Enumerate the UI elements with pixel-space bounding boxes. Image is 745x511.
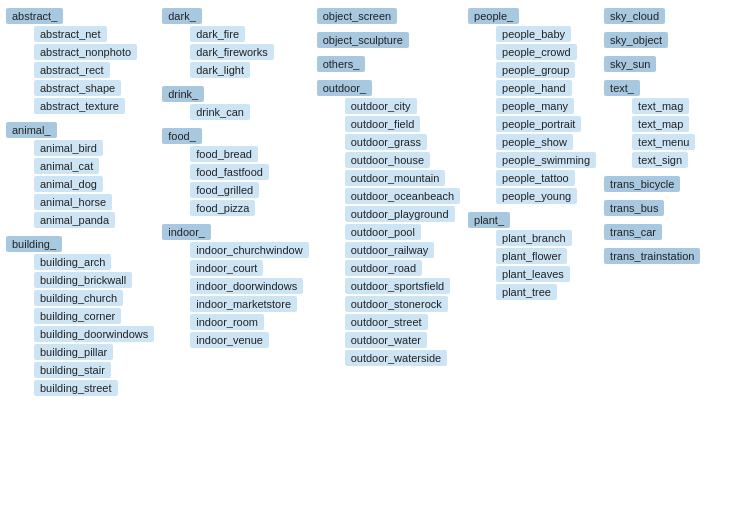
child-row: animal_panda <box>6 212 154 228</box>
category-child-label[interactable]: abstract_nonphoto <box>34 44 137 60</box>
category-child-label[interactable]: abstract_texture <box>34 98 125 114</box>
category-child-label[interactable]: indoor_doorwindows <box>190 278 303 294</box>
category-child-label[interactable]: abstract_net <box>34 26 107 42</box>
category-parent-label[interactable]: outdoor_ <box>317 80 372 96</box>
category-child-label[interactable]: indoor_churchwindow <box>190 242 308 258</box>
child-row: people_swimming <box>468 152 596 168</box>
category-parent-label[interactable]: animal_ <box>6 122 57 138</box>
category-parent-label[interactable]: drink_ <box>162 86 204 102</box>
category-child-label[interactable]: outdoor_street <box>345 314 428 330</box>
category-child-label[interactable]: people_show <box>496 134 573 150</box>
category-child-label[interactable]: outdoor_pool <box>345 224 421 240</box>
category-child-label[interactable]: people_tattoo <box>496 170 575 186</box>
category-parent-label[interactable]: object_sculpture <box>317 32 409 48</box>
category-child-label[interactable]: building_stair <box>34 362 111 378</box>
category-child-label[interactable]: people_portrait <box>496 116 581 132</box>
category-parent-label[interactable]: trans_bicycle <box>604 176 680 192</box>
category-child-label[interactable]: food_grilled <box>190 182 259 198</box>
category-child-label[interactable]: outdoor_city <box>345 98 417 114</box>
group-drink-: drink_drink_can <box>162 86 308 120</box>
category-child-label[interactable]: animal_panda <box>34 212 115 228</box>
column-col5: sky_cloudsky_objectsky_suntext_text_magt… <box>604 8 714 270</box>
category-child-label[interactable]: plant_leaves <box>496 266 570 282</box>
category-parent-label[interactable]: sky_cloud <box>604 8 665 24</box>
category-parent-label[interactable]: indoor_ <box>162 224 211 240</box>
category-child-label[interactable]: food_fastfood <box>190 164 269 180</box>
group-text-: text_text_magtext_maptext_menutext_sign <box>604 80 714 168</box>
category-child-label[interactable]: people_crowd <box>496 44 577 60</box>
category-child-label[interactable]: dark_light <box>190 62 250 78</box>
category-child-label[interactable]: text_menu <box>632 134 695 150</box>
category-child-label[interactable]: indoor_marketstore <box>190 296 297 312</box>
category-child-label[interactable]: building_church <box>34 290 123 306</box>
category-parent-label[interactable]: object_screen <box>317 8 398 24</box>
category-child-label[interactable]: people_swimming <box>496 152 596 168</box>
category-parent-label[interactable]: plant_ <box>468 212 510 228</box>
category-child-label[interactable]: abstract_shape <box>34 80 121 96</box>
category-child-label[interactable]: outdoor_oceanbeach <box>345 188 460 204</box>
category-parent-label[interactable]: trans_bus <box>604 200 664 216</box>
category-child-label[interactable]: food_bread <box>190 146 258 162</box>
category-child-label[interactable]: building_street <box>34 380 118 396</box>
category-parent-label[interactable]: sky_sun <box>604 56 656 72</box>
category-child-label[interactable]: plant_flower <box>496 248 567 264</box>
category-child-label[interactable]: animal_cat <box>34 158 99 174</box>
category-parent-label[interactable]: food_ <box>162 128 202 144</box>
category-parent-label[interactable]: trans_car <box>604 224 662 240</box>
category-child-label[interactable]: outdoor_sportsfield <box>345 278 451 294</box>
category-child-label[interactable]: drink_can <box>190 104 250 120</box>
category-child-label[interactable]: outdoor_railway <box>345 242 435 258</box>
category-child-label[interactable]: dark_fireworks <box>190 44 274 60</box>
category-child-label[interactable]: outdoor_road <box>345 260 422 276</box>
category-child-label[interactable]: building_brickwall <box>34 272 132 288</box>
category-child-label[interactable]: outdoor_house <box>345 152 430 168</box>
category-child-label[interactable]: outdoor_water <box>345 332 427 348</box>
category-parent-label[interactable]: dark_ <box>162 8 202 24</box>
category-child-label[interactable]: people_hand <box>496 80 572 96</box>
category-child-label[interactable]: people_young <box>496 188 577 204</box>
category-child-label[interactable]: plant_branch <box>496 230 572 246</box>
group-object-sculpture: object_sculpture <box>317 32 460 48</box>
category-parent-label[interactable]: text_ <box>604 80 640 96</box>
category-child-label[interactable]: text_map <box>632 116 689 132</box>
category-parent-label[interactable]: people_ <box>468 8 519 24</box>
category-child-label[interactable]: animal_dog <box>34 176 103 192</box>
category-child-label[interactable]: outdoor_playground <box>345 206 455 222</box>
category-parent-label[interactable]: abstract_ <box>6 8 63 24</box>
parent-row: sky_sun <box>604 56 714 72</box>
category-child-label[interactable]: plant_tree <box>496 284 557 300</box>
category-child-label[interactable]: dark_fire <box>190 26 245 42</box>
category-parent-label[interactable]: others_ <box>317 56 366 72</box>
category-child-label[interactable]: animal_bird <box>34 140 103 156</box>
category-child-label[interactable]: building_arch <box>34 254 111 270</box>
child-row: dark_light <box>162 62 308 78</box>
category-parent-label[interactable]: sky_object <box>604 32 668 48</box>
column-col2: dark_dark_firedark_fireworksdark_lightdr… <box>162 8 308 354</box>
category-child-label[interactable]: building_doorwindows <box>34 326 154 342</box>
category-parent-label[interactable]: building_ <box>6 236 62 252</box>
category-child-label[interactable]: text_sign <box>632 152 688 168</box>
group-dark-: dark_dark_firedark_fireworksdark_light <box>162 8 308 78</box>
child-row: plant_leaves <box>468 266 596 282</box>
category-child-label[interactable]: people_group <box>496 62 575 78</box>
category-parent-label[interactable]: trans_trainstation <box>604 248 700 264</box>
category-child-label[interactable]: abstract_rect <box>34 62 110 78</box>
category-child-label[interactable]: outdoor_waterside <box>345 350 448 366</box>
category-child-label[interactable]: outdoor_stonerock <box>345 296 448 312</box>
category-child-label[interactable]: food_pizza <box>190 200 255 216</box>
child-row: text_mag <box>604 98 714 114</box>
category-child-label[interactable]: outdoor_field <box>345 116 421 132</box>
category-child-label[interactable]: building_pillar <box>34 344 113 360</box>
category-child-label[interactable]: indoor_venue <box>190 332 269 348</box>
category-child-label[interactable]: people_many <box>496 98 574 114</box>
category-child-label[interactable]: outdoor_mountain <box>345 170 446 186</box>
group-abstract-: abstract_abstract_netabstract_nonphotoab… <box>6 8 154 114</box>
category-child-label[interactable]: animal_horse <box>34 194 112 210</box>
category-child-label[interactable]: outdoor_grass <box>345 134 427 150</box>
category-child-label[interactable]: indoor_room <box>190 314 264 330</box>
child-row: indoor_room <box>162 314 308 330</box>
category-child-label[interactable]: building_corner <box>34 308 121 324</box>
category-child-label[interactable]: people_baby <box>496 26 571 42</box>
category-child-label[interactable]: text_mag <box>632 98 689 114</box>
category-child-label[interactable]: indoor_court <box>190 260 263 276</box>
